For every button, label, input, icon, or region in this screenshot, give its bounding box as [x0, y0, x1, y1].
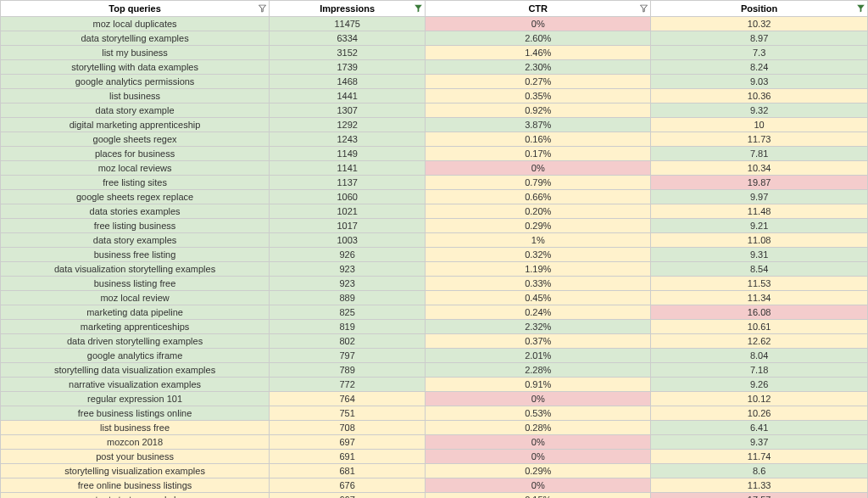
cell-query[interactable]: moz local duplicates [1, 17, 270, 31]
cell-position[interactable]: 7.3 [651, 46, 868, 60]
cell-ctr[interactable]: 0.28% [426, 421, 651, 435]
cell-ctr[interactable]: 0.91% [426, 378, 651, 392]
cell-ctr[interactable]: 3.87% [426, 118, 651, 132]
cell-position[interactable]: 11.08 [651, 233, 868, 248]
cell-position[interactable]: 7.81 [651, 147, 868, 161]
cell-impressions[interactable]: 1017 [270, 219, 426, 233]
cell-impressions[interactable]: 1441 [270, 89, 426, 104]
filter-icon[interactable] [640, 5, 648, 13]
cell-ctr[interactable]: 1.19% [426, 262, 651, 277]
cell-ctr[interactable]: 2.01% [426, 349, 651, 363]
cell-impressions[interactable]: 1021 [270, 204, 426, 219]
col-header-ctr[interactable]: CTR [426, 1, 651, 17]
cell-ctr[interactable]: 0% [426, 435, 651, 450]
cell-impressions[interactable]: 819 [270, 320, 426, 334]
cell-ctr[interactable]: 0.66% [426, 190, 651, 204]
cell-impressions[interactable]: 676 [270, 478, 426, 493]
cell-query[interactable]: data storytelling examples [1, 31, 270, 46]
cell-query[interactable]: marketing apprenticeships [1, 320, 270, 334]
cell-ctr[interactable]: 0.17% [426, 147, 651, 161]
cell-position[interactable]: 16.08 [651, 305, 868, 320]
cell-query[interactable]: storytelling visualization examples [1, 464, 270, 478]
cell-ctr[interactable]: 0.29% [426, 464, 651, 478]
cell-query[interactable]: moz local review [1, 291, 270, 305]
cell-ctr[interactable]: 0.45% [426, 291, 651, 305]
cell-position[interactable]: 10 [651, 118, 868, 132]
cell-position[interactable]: 11.53 [651, 277, 868, 291]
cell-query[interactable]: regular expression 101 [1, 392, 270, 406]
cell-impressions[interactable]: 1468 [270, 75, 426, 89]
cell-position[interactable]: 8.24 [651, 60, 868, 75]
cell-query[interactable]: content strategy workshop [1, 493, 270, 499]
cell-query[interactable]: marketing data pipeline [1, 305, 270, 320]
cell-query[interactable]: moz local reviews [1, 161, 270, 176]
cell-query[interactable]: mozcon 2018 [1, 435, 270, 450]
cell-impressions[interactable]: 789 [270, 363, 426, 378]
cell-ctr[interactable]: 0.37% [426, 334, 651, 349]
cell-impressions[interactable]: 1307 [270, 104, 426, 118]
cell-ctr[interactable]: 0% [426, 17, 651, 31]
cell-impressions[interactable]: 1060 [270, 190, 426, 204]
col-header-query[interactable]: Top queries [1, 1, 270, 17]
cell-position[interactable]: 7.18 [651, 363, 868, 378]
cell-position[interactable]: 10.34 [651, 161, 868, 176]
cell-ctr[interactable]: 0.92% [426, 104, 651, 118]
cell-query[interactable]: data story example [1, 104, 270, 118]
cell-query[interactable]: data visualization storytelling examples [1, 262, 270, 277]
cell-ctr[interactable]: 2.30% [426, 60, 651, 75]
cell-query[interactable]: free online business listings [1, 478, 270, 493]
cell-query[interactable]: free business listings online [1, 406, 270, 421]
cell-ctr[interactable]: 0.15% [426, 493, 651, 499]
cell-impressions[interactable]: 802 [270, 334, 426, 349]
cell-impressions[interactable]: 691 [270, 450, 426, 464]
cell-position[interactable]: 17.57 [651, 493, 868, 499]
cell-ctr[interactable]: 0.29% [426, 219, 651, 233]
cell-query[interactable]: list business free [1, 421, 270, 435]
cell-position[interactable]: 10.61 [651, 320, 868, 334]
cell-impressions[interactable]: 825 [270, 305, 426, 320]
filter-icon[interactable] [415, 5, 422, 13]
cell-impressions[interactable]: 3152 [270, 46, 426, 60]
cell-query[interactable]: storytelling data visualization examples [1, 363, 270, 378]
cell-position[interactable]: 9.97 [651, 190, 868, 204]
cell-query[interactable]: data driven storytelling examples [1, 334, 270, 349]
cell-position[interactable]: 12.62 [651, 334, 868, 349]
cell-impressions[interactable]: 926 [270, 248, 426, 262]
cell-query[interactable]: free listing sites [1, 176, 270, 190]
cell-ctr[interactable]: 0.27% [426, 75, 651, 89]
cell-impressions[interactable]: 923 [270, 262, 426, 277]
cell-query[interactable]: digital marketing apprenticeship [1, 118, 270, 132]
cell-impressions[interactable]: 1739 [270, 60, 426, 75]
cell-position[interactable]: 8.97 [651, 31, 868, 46]
cell-ctr[interactable]: 0.32% [426, 248, 651, 262]
cell-ctr[interactable]: 1% [426, 233, 651, 248]
cell-ctr[interactable]: 0% [426, 392, 651, 406]
cell-ctr[interactable]: 0.33% [426, 277, 651, 291]
cell-position[interactable]: 9.31 [651, 248, 868, 262]
cell-position[interactable]: 6.41 [651, 421, 868, 435]
cell-impressions[interactable]: 708 [270, 421, 426, 435]
filter-icon[interactable] [259, 5, 266, 13]
cell-query[interactable]: places for business [1, 147, 270, 161]
cell-ctr[interactable]: 2.60% [426, 31, 651, 46]
cell-ctr[interactable]: 2.32% [426, 320, 651, 334]
cell-query[interactable]: google sheets regex replace [1, 190, 270, 204]
cell-ctr[interactable]: 0% [426, 161, 651, 176]
cell-query[interactable]: list business [1, 89, 270, 104]
cell-position[interactable]: 10.36 [651, 89, 868, 104]
cell-impressions[interactable]: 1003 [270, 233, 426, 248]
cell-position[interactable]: 9.37 [651, 435, 868, 450]
cell-query[interactable]: business listing free [1, 277, 270, 291]
cell-impressions[interactable]: 6334 [270, 31, 426, 46]
cell-impressions[interactable]: 1149 [270, 147, 426, 161]
cell-ctr[interactable]: 0.20% [426, 204, 651, 219]
cell-ctr[interactable]: 0.16% [426, 132, 651, 147]
cell-impressions[interactable]: 11475 [270, 17, 426, 31]
cell-query[interactable]: google analytics iframe [1, 349, 270, 363]
cell-query[interactable]: google sheets regex [1, 132, 270, 147]
filter-icon[interactable] [857, 5, 865, 13]
cell-query[interactable]: storytelling with data examples [1, 60, 270, 75]
cell-impressions[interactable]: 772 [270, 378, 426, 392]
cell-position[interactable]: 19.87 [651, 176, 868, 190]
cell-ctr[interactable]: 0.24% [426, 305, 651, 320]
